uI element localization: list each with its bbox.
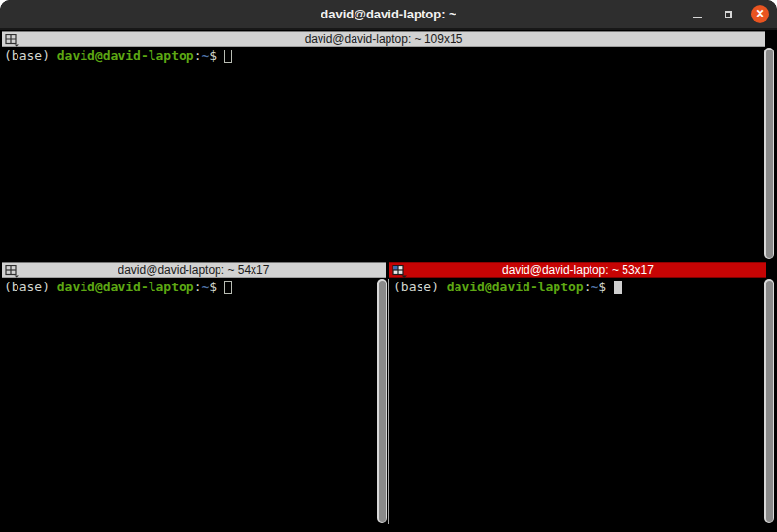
close-icon: ✕ xyxy=(755,5,764,23)
scrollbar-thumb[interactable] xyxy=(379,281,386,522)
pane-bottom-right-titlebar[interactable]: david@david-laptop: ~ 53x17 xyxy=(389,262,766,278)
prompt-venv: (base) xyxy=(393,280,447,294)
terminal-bottom-left[interactable]: (base) david@david-laptop:~$ xyxy=(0,278,386,524)
terminator-window: david@david-laptop: ~ ✕ david@david-lapt… xyxy=(0,0,777,532)
terminal-cursor xyxy=(614,281,622,294)
pane-title: david@david-laptop: ~ 53x17 xyxy=(389,263,766,278)
terminal-top[interactable]: (base) david@david-laptop:~$ xyxy=(0,47,777,260)
terminal-cursor xyxy=(224,281,232,294)
prompt-colon: : xyxy=(194,49,202,63)
pane-title: david@david-laptop: ~ 54x17 xyxy=(2,263,386,278)
window-titlebar[interactable]: david@david-laptop: ~ ✕ xyxy=(0,0,777,30)
prompt-user-host: david@david-laptop xyxy=(57,49,194,63)
shell-prompt: (base) david@david-laptop:~$ xyxy=(393,280,622,294)
window-title: david@david-laptop: ~ xyxy=(0,0,777,28)
prompt-colon: : xyxy=(584,280,591,294)
window-controls: ✕ xyxy=(689,0,769,28)
scrollbar-thumb[interactable] xyxy=(766,50,773,258)
shell-prompt: (base) david@david-laptop:~$ xyxy=(4,49,232,63)
prompt-colon: : xyxy=(194,280,202,294)
pane-title: david@david-laptop: ~ 109x15 xyxy=(2,32,765,47)
close-button[interactable]: ✕ xyxy=(751,5,769,23)
terminal-cursor xyxy=(224,50,232,63)
scrollbar-bottom-right-pane[interactable] xyxy=(764,279,774,523)
prompt-venv: (base) xyxy=(4,49,57,63)
scrollbar-thumb[interactable] xyxy=(766,281,773,522)
minimize-icon xyxy=(693,17,702,18)
terminal-bottom-right[interactable]: (base) david@david-laptop:~$ xyxy=(389,278,777,524)
prompt-user-host: david@david-laptop xyxy=(57,280,194,294)
prompt-venv: (base) xyxy=(4,280,57,294)
pane-bottom-left-titlebar[interactable]: david@david-laptop: ~ 54x17 xyxy=(2,262,386,278)
prompt-dollar: $ xyxy=(209,280,224,294)
prompt-user-host: david@david-laptop xyxy=(447,280,584,294)
prompt-dollar: $ xyxy=(598,280,614,294)
scrollbar-bottom-left-pane[interactable] xyxy=(377,279,387,523)
scrollbar-top-pane[interactable] xyxy=(764,48,774,259)
maximize-button[interactable] xyxy=(720,6,737,23)
pane-top-titlebar[interactable]: david@david-laptop: ~ 109x15 xyxy=(2,31,765,47)
minimize-button[interactable] xyxy=(689,6,706,23)
prompt-dollar: $ xyxy=(209,49,224,63)
shell-prompt: (base) david@david-laptop:~$ xyxy=(4,280,232,294)
maximize-icon xyxy=(725,11,732,18)
